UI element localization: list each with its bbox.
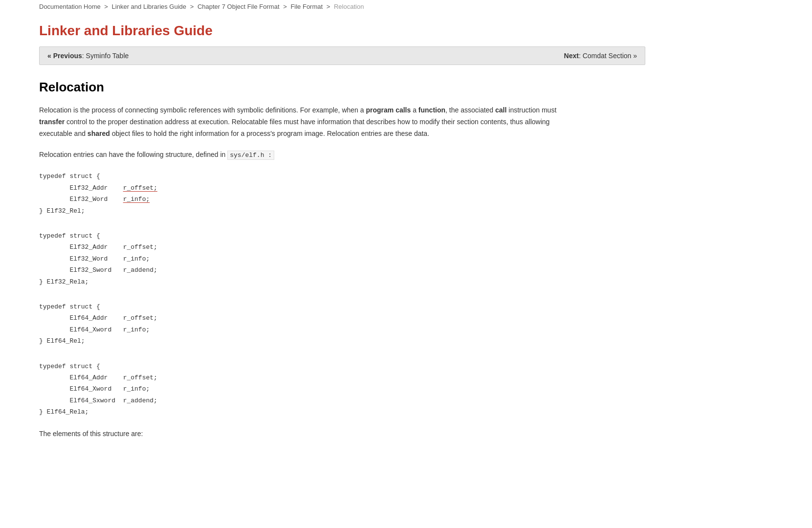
breadcrumb: Documentation Home > Linker and Librarie…	[0, 0, 812, 13]
breadcrumb-sep-4: >	[327, 3, 332, 10]
code-line: } Elf64_Rela;	[39, 406, 645, 418]
code-line: typedef struct {	[39, 361, 645, 372]
prev-nav[interactable]: « Previous: Syminfo Table	[47, 52, 129, 60]
code-line: Elf64_Addr r_offset;	[39, 312, 645, 324]
code-line: Elf32_Word r_info;	[39, 253, 645, 264]
elements-text: The elements of this structure are:	[39, 430, 645, 438]
breadcrumb-linker[interactable]: Linker and Libraries Guide	[112, 3, 186, 10]
breadcrumb-current: Relocation	[334, 3, 364, 10]
code-line: Elf32_Addr r_offset;	[39, 182, 645, 194]
strong-shared: shared	[88, 130, 110, 137]
breadcrumb-sep-3: >	[283, 3, 288, 10]
page-heading: Relocation	[39, 80, 645, 95]
code-line: Elf32_Sword r_addend;	[39, 264, 645, 276]
structure-intro: Relocation entries can have the followin…	[39, 149, 645, 161]
intro-paragraph: Relocation is the process of connecting …	[39, 105, 577, 139]
code-line: Elf32_Addr r_offset;	[39, 242, 645, 253]
next-page-text: Comdat Section »	[583, 52, 637, 60]
prev-page-text: Syminfo Table	[86, 52, 129, 60]
next-colon: :	[579, 52, 581, 60]
breadcrumb-chapter[interactable]: Chapter 7 Object File Format	[198, 3, 280, 10]
code-line: Elf64_Sxword r_addend;	[39, 395, 645, 406]
code-line: typedef struct {	[39, 230, 645, 242]
structure-intro-text: Relocation entries can have the followin…	[39, 151, 227, 158]
code-block-2: typedef struct { Elf32_Addr r_offset; El…	[39, 228, 645, 289]
code-line: } Elf32_Rela;	[39, 276, 645, 287]
strong-calls: calls	[395, 106, 411, 114]
next-label: Next: Comdat Section »	[564, 52, 637, 60]
strong-transfer: transfer	[39, 118, 65, 126]
code-line: Elf32_Word r_info;	[39, 194, 645, 205]
code-line: Elf64_Addr r_offset;	[39, 372, 645, 383]
breadcrumb-fileformat[interactable]: File Format	[290, 3, 323, 10]
code-line: } Elf32_Rel;	[39, 205, 645, 217]
code-line: Elf64_Xword r_info;	[39, 324, 645, 335]
guide-title: Linker and Libraries Guide	[39, 23, 645, 39]
next-label-text: Next	[564, 52, 579, 60]
code-line: Elf64_Xword r_info;	[39, 383, 645, 395]
code-block-3: typedef struct { Elf64_Addr r_offset; El…	[39, 299, 645, 349]
nav-bar: « Previous: Syminfo Table Next: Comdat S…	[39, 46, 645, 65]
breadcrumb-sep-2: >	[190, 3, 196, 10]
code-block-1: typedef struct { Elf32_Addr r_offset; El…	[39, 169, 645, 219]
code-line: typedef struct {	[39, 301, 645, 312]
r-offset-underlined: r_offset;	[123, 184, 157, 192]
prev-label-text: « Previous	[47, 52, 82, 60]
code-line: typedef struct {	[39, 171, 645, 182]
code-line: } Elf64_Rel;	[39, 335, 645, 347]
structure-intro-code: sys/elf.h :	[227, 151, 274, 160]
main-content: Linker and Libraries Guide « Previous: S…	[0, 13, 684, 457]
breadcrumb-sep-1: >	[104, 3, 110, 10]
strong-program: program	[366, 106, 394, 114]
strong-function: function	[418, 106, 445, 114]
code-block-4: typedef struct { Elf64_Addr r_offset; El…	[39, 359, 645, 420]
strong-call: call	[495, 106, 506, 114]
next-nav[interactable]: Next: Comdat Section »	[564, 52, 637, 60]
breadcrumb-home[interactable]: Documentation Home	[39, 3, 101, 10]
prev-label: « Previous: Syminfo Table	[47, 52, 129, 60]
prev-colon: :	[82, 52, 84, 60]
r-info-underlined: r_info;	[123, 196, 150, 203]
